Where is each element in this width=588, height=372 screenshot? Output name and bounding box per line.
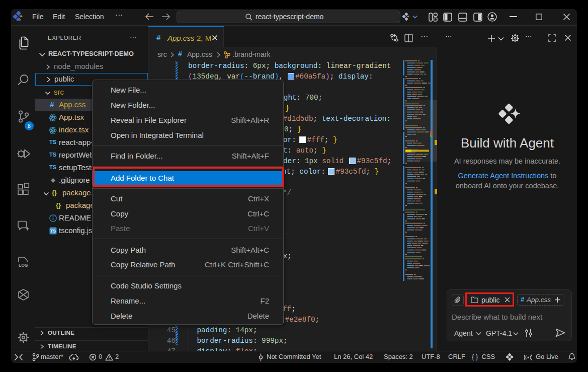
svg-text:TS: TS [50, 229, 56, 234]
svg-text:LOG: LOG [19, 263, 28, 268]
